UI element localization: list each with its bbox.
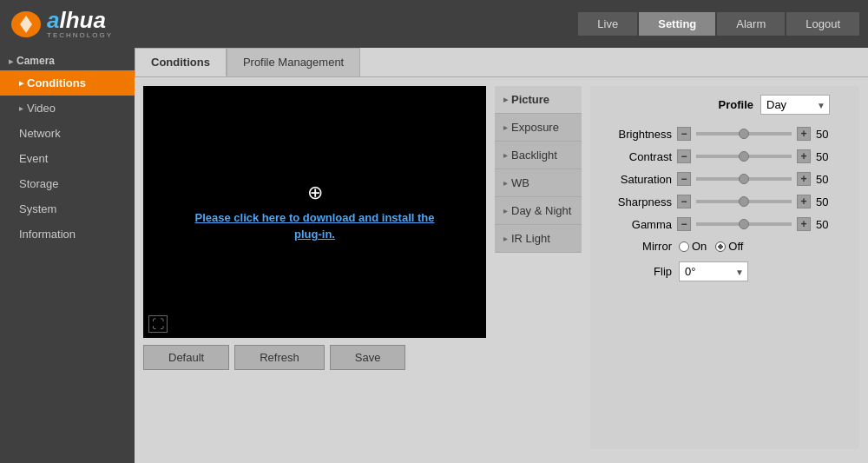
main-layout: Camera ▸ Conditions ▸ Video Network Even… [0, 48, 868, 463]
sidebar-item-event[interactable]: Event [0, 146, 135, 171]
picture-menu-item-exposure[interactable]: ▸ Exposure [495, 114, 582, 142]
flip-select[interactable]: 0° 90° 180° 270° [679, 261, 748, 281]
contrast-row: Contrast − + 50 [602, 149, 847, 163]
nav-buttons: Live Setting Alarm Logout [578, 12, 859, 36]
video-preview: ⊕ Please click here to download and inst… [143, 86, 486, 338]
brightness-row: Brightness − + 50 [602, 127, 847, 141]
contrast-slider[interactable] [696, 155, 792, 158]
sidebar-item-system[interactable]: System [0, 196, 135, 222]
flip-row: Flip 0° 90° 180° 270° [602, 261, 847, 281]
mirror-off-option[interactable]: Off [715, 240, 743, 253]
gamma-slider[interactable] [696, 222, 792, 226]
sidebar-item-information[interactable]: Information [0, 222, 135, 247]
tab-conditions[interactable]: Conditions [135, 48, 227, 76]
arrow-icon: ▸ [19, 103, 23, 113]
default-button[interactable]: Default [143, 345, 229, 370]
refresh-button[interactable]: Refresh [234, 345, 325, 370]
gamma-row: Gamma − + 50 [602, 217, 847, 231]
brightness-minus-button[interactable]: − [677, 127, 691, 141]
picture-menu-item-day-night[interactable]: ▸ Day & Night [495, 197, 582, 225]
sharpness-thumb[interactable] [739, 196, 749, 207]
sidebar-item-storage[interactable]: Storage [0, 171, 135, 196]
saturation-plus-button[interactable]: + [797, 172, 811, 186]
profile-select[interactable]: Day Night Normal [760, 95, 830, 115]
brightness-label: Brightness [602, 128, 672, 141]
gamma-plus-button[interactable]: + [797, 217, 811, 231]
arrow-icon: ▸ [503, 178, 508, 188]
saturation-thumb[interactable] [739, 174, 749, 184]
tab-profile-management[interactable]: Profile Management [227, 48, 360, 76]
logo: alhua TECHNOLOGY [9, 7, 113, 42]
save-button[interactable]: Save [330, 345, 406, 370]
profile-row: Profile Day Night Normal [602, 95, 847, 115]
contrast-minus-button[interactable]: − [677, 149, 691, 163]
arrow-icon: ▸ [503, 95, 508, 104]
content-area: Conditions Profile Management ⊕ Please c… [135, 48, 868, 463]
contrast-value: 50 [816, 150, 840, 163]
brightness-plus-button[interactable]: + [797, 127, 811, 141]
video-section: ⊕ Please click here to download and inst… [143, 86, 486, 449]
mirror-off-radio[interactable] [715, 241, 726, 252]
nav-live-button[interactable]: Live [578, 12, 637, 36]
sharpness-slider[interactable] [696, 200, 792, 203]
install-plugin-link[interactable]: Please click here to download and instal… [195, 209, 435, 243]
gamma-minus-button[interactable]: − [677, 217, 691, 231]
flip-label: Flip [602, 265, 672, 278]
mirror-label: Mirror [602, 240, 672, 253]
sidebar-item-network[interactable]: Network [0, 121, 135, 146]
nav-logout-button[interactable]: Logout [786, 12, 859, 36]
mirror-on-radio[interactable] [679, 241, 689, 252]
logo-sub: TECHNOLOGY [47, 31, 113, 39]
gamma-value: 50 [816, 218, 840, 231]
sharpness-plus-button[interactable]: + [797, 195, 811, 208]
picture-menu-item-backlight[interactable]: ▸ Backlight [495, 142, 582, 169]
download-icon: ⊕ [307, 182, 323, 204]
gamma-label: Gamma [602, 218, 672, 231]
saturation-minus-button[interactable]: − [677, 172, 691, 186]
arrow-icon: ▸ [503, 206, 508, 215]
picture-menu: ▸ Picture ▸ Exposure ▸ Backlight ▸ WB ▸ [495, 86, 582, 449]
sidebar-item-video[interactable]: ▸ Video [0, 96, 135, 121]
profile-label: Profile [719, 98, 753, 111]
arrow-icon: ▸ [19, 78, 23, 88]
brightness-thumb[interactable] [739, 129, 749, 139]
sidebar: Camera ▸ Conditions ▸ Video Network Even… [0, 48, 135, 463]
nav-setting-button[interactable]: Setting [639, 12, 715, 36]
arrow-icon: ▸ [503, 122, 508, 132]
fullscreen-icon[interactable]: ⛶ [148, 315, 168, 333]
arrow-icon: ▸ [503, 234, 508, 243]
flip-select-wrap: 0° 90° 180° 270° [679, 261, 748, 281]
contrast-plus-button[interactable]: + [797, 149, 811, 163]
logo-icon [9, 7, 43, 42]
tab-bar: Conditions Profile Management [135, 48, 868, 77]
video-controls: Default Refresh Save [143, 345, 486, 370]
header: alhua TECHNOLOGY Live Setting Alarm Logo… [0, 0, 868, 48]
profile-select-wrap: Day Night Normal [760, 95, 830, 115]
brightness-value: 50 [816, 128, 840, 141]
sidebar-item-conditions[interactable]: ▸ Conditions [0, 70, 135, 96]
mirror-radio-group: On Off [679, 240, 743, 253]
mirror-on-option[interactable]: On [679, 240, 707, 253]
picture-menu-item-ir-light[interactable]: ▸ IR Light [495, 225, 582, 253]
contrast-label: Contrast [602, 150, 672, 163]
mirror-row: Mirror On Off [602, 240, 847, 253]
settings-panel: Profile Day Night Normal Brightness − + [590, 86, 859, 449]
saturation-label: Saturation [602, 173, 672, 186]
picture-menu-item-wb[interactable]: ▸ WB [495, 169, 582, 197]
saturation-slider[interactable] [696, 177, 792, 181]
brightness-slider[interactable] [696, 132, 792, 136]
gamma-thumb[interactable] [739, 219, 749, 229]
picture-menu-item-picture[interactable]: ▸ Picture [495, 86, 582, 114]
saturation-row: Saturation − + 50 [602, 172, 847, 186]
contrast-thumb[interactable] [739, 151, 749, 162]
sidebar-section-camera: Camera [0, 48, 135, 70]
sharpness-minus-button[interactable]: − [677, 195, 691, 208]
arrow-icon: ▸ [503, 150, 508, 160]
sharpness-value: 50 [816, 195, 840, 208]
sharpness-row: Sharpness − + 50 [602, 195, 847, 208]
content-body: ⊕ Please click here to download and inst… [135, 77, 868, 458]
sharpness-label: Sharpness [602, 195, 672, 208]
saturation-value: 50 [816, 173, 840, 186]
nav-alarm-button[interactable]: Alarm [717, 12, 785, 36]
logo-text: alhua [47, 9, 113, 31]
